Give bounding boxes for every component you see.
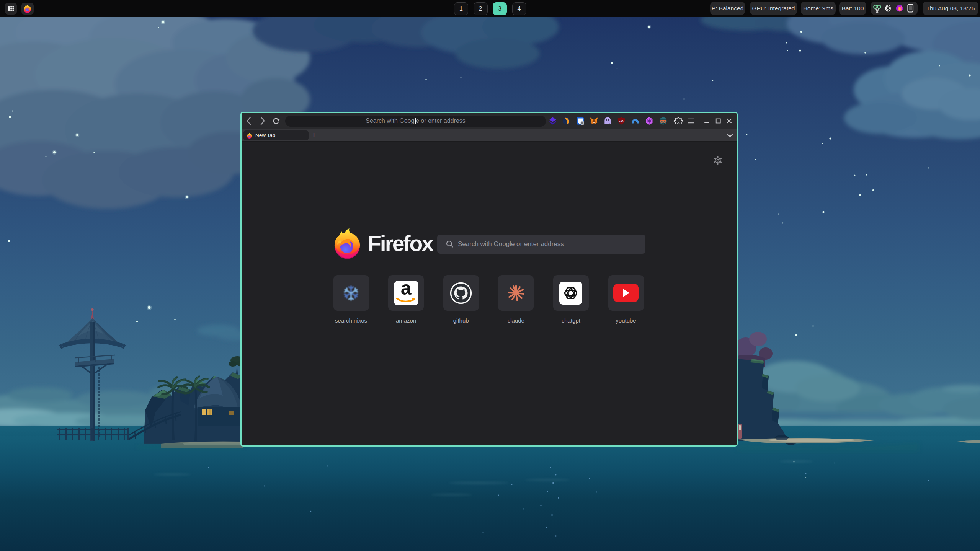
svg-text:uO: uO	[619, 119, 624, 123]
